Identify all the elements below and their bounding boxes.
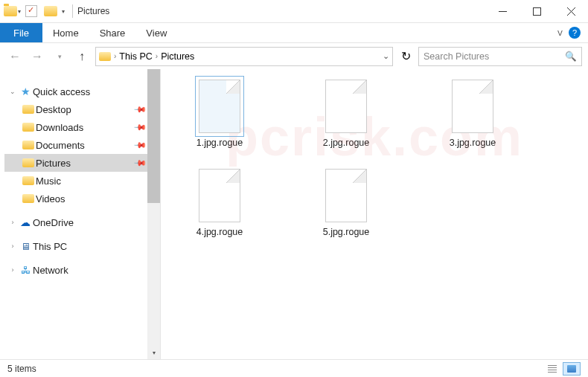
window-title: Pictures xyxy=(77,6,109,16)
status-bar: 5 items xyxy=(0,359,588,377)
quick-access-node[interactable]: ⌄★Quick access xyxy=(4,83,160,100)
minimize-button[interactable] xyxy=(485,0,520,23)
sidebar-item-label: Documents xyxy=(36,140,85,151)
tab-share[interactable]: Share xyxy=(89,23,136,42)
address-bar[interactable]: › This PC › Pictures ⌄ xyxy=(95,47,393,66)
file-item[interactable]: 1.jpg.rogue xyxy=(179,80,261,148)
onedrive-label: OneDrive xyxy=(33,217,74,228)
file-icon xyxy=(452,80,493,133)
back-button[interactable]: ← xyxy=(6,48,24,65)
sidebar-item-pictures[interactable]: Pictures📌 xyxy=(4,154,160,172)
file-list[interactable]: pcrisk.com 1.jpg.rogue2.jpg.rogue3.jpg.r… xyxy=(161,69,588,359)
file-icon xyxy=(325,169,367,222)
scrollbar-thumb[interactable] xyxy=(147,69,160,203)
sidebar-item-label: Videos xyxy=(36,193,65,204)
breadcrumb-root[interactable]: This PC xyxy=(119,51,152,62)
file-tab[interactable]: File xyxy=(0,23,42,42)
sidebar-item-videos[interactable]: Videos xyxy=(4,190,160,207)
file-item[interactable]: 5.jpg.rogue xyxy=(305,169,387,237)
file-name: 3.jpg.rogue xyxy=(450,138,496,148)
recent-locations-icon[interactable]: ▾ xyxy=(51,48,68,65)
network-label: Network xyxy=(33,265,68,276)
pin-icon: 📌 xyxy=(132,138,147,152)
search-input[interactable]: Search Pictures 🔍 xyxy=(418,47,582,66)
quick-access-label: Quick access xyxy=(33,86,90,97)
app-icon[interactable]: ▾ xyxy=(3,2,21,20)
up-button[interactable]: ↑ xyxy=(73,48,91,65)
scroll-down-icon[interactable]: ▾ xyxy=(147,347,160,359)
file-item[interactable]: 2.jpg.rogue xyxy=(305,80,387,148)
file-item[interactable]: 3.jpg.rogue xyxy=(432,80,514,148)
file-name: 5.jpg.rogue xyxy=(323,227,370,237)
file-icon xyxy=(199,169,240,222)
pin-icon: 📌 xyxy=(132,102,147,116)
chevron-right-icon: › xyxy=(114,52,116,60)
search-placeholder: Search Pictures xyxy=(424,51,565,62)
file-icon xyxy=(325,80,367,133)
new-folder-icon[interactable] xyxy=(42,2,60,20)
file-name: 1.jpg.rogue xyxy=(196,138,243,148)
sidebar-item-label: Desktop xyxy=(36,104,71,115)
quick-access-toolbar: ▾ ▾ xyxy=(0,2,68,20)
chevron-right-icon: › xyxy=(156,52,158,60)
folder-icon xyxy=(99,52,111,61)
file-name: 4.jpg.rogue xyxy=(196,227,243,237)
pin-icon: 📌 xyxy=(132,120,147,134)
search-icon: 🔍 xyxy=(565,51,577,62)
collapse-ribbon-icon[interactable]: ᐯ xyxy=(557,29,563,37)
file-item[interactable]: 4.jpg.rogue xyxy=(179,169,261,237)
close-button[interactable] xyxy=(554,0,588,23)
navigation-pane: ⌄★Quick access Desktop📌 Downloads📌 Docum… xyxy=(0,69,161,359)
svg-rect-1 xyxy=(533,7,540,15)
pin-icon: 📌 xyxy=(132,155,147,170)
sidebar-item-label: Downloads xyxy=(36,122,83,133)
network-node[interactable]: ›🖧Network xyxy=(4,261,160,279)
tab-home[interactable]: Home xyxy=(42,23,89,42)
sidebar-item-documents[interactable]: Documents📌 xyxy=(4,136,160,154)
sidebar-item-label: Pictures xyxy=(36,158,71,169)
onedrive-node[interactable]: ›☁OneDrive xyxy=(4,213,160,231)
thispc-label: This PC xyxy=(33,241,67,252)
qat-customize-icon[interactable]: ▾ xyxy=(62,8,65,15)
large-icons-view-button[interactable] xyxy=(563,362,581,376)
title-bar: ▾ ▾ Pictures xyxy=(0,0,588,23)
file-name: 2.jpg.rogue xyxy=(323,138,370,148)
address-dropdown-icon[interactable]: ⌄ xyxy=(383,51,389,61)
separator xyxy=(72,4,73,18)
navigation-bar: ← → ▾ ↑ › This PC › Pictures ⌄ ↻ Search … xyxy=(0,42,588,69)
properties-icon[interactable] xyxy=(22,2,40,20)
sidebar-item-label: Music xyxy=(36,175,61,187)
breadcrumb-current[interactable]: Pictures xyxy=(161,51,194,62)
ribbon: File Home Share View ᐯ ? xyxy=(0,23,588,42)
item-count: 5 items xyxy=(7,364,36,374)
thispc-node[interactable]: ›🖥This PC xyxy=(4,237,160,255)
forward-button[interactable]: → xyxy=(28,48,46,65)
sidebar-item-music[interactable]: Music xyxy=(4,172,160,190)
refresh-button[interactable]: ↻ xyxy=(397,48,414,65)
sidebar-item-downloads[interactable]: Downloads📌 xyxy=(4,118,160,136)
details-view-button[interactable] xyxy=(543,362,561,376)
file-icon xyxy=(199,80,240,133)
tab-view[interactable]: View xyxy=(135,23,177,42)
maximize-button[interactable] xyxy=(520,0,554,23)
sidebar-item-desktop[interactable]: Desktop📌 xyxy=(4,100,160,118)
help-icon[interactable]: ? xyxy=(569,27,581,39)
